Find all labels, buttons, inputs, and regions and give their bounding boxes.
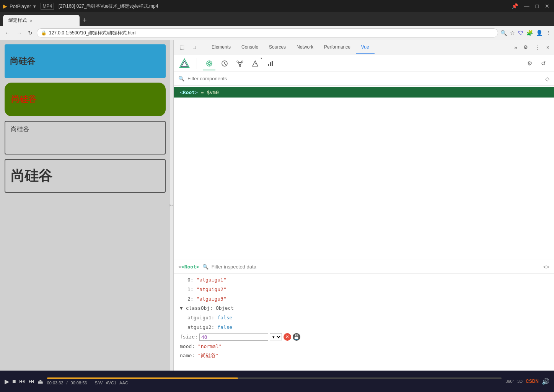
title-bar: ▶ PotPlayer ▾ MP4 [27/168] 027_尚硅谷Vue技术_…	[0, 0, 554, 12]
progress-fill	[47, 377, 238, 379]
tab-close-button[interactable]: ×	[30, 18, 32, 23]
classobj-arrow: ▼	[180, 305, 186, 311]
fsize-input[interactable]	[199, 333, 268, 341]
data-row-fsize: fsize: ▾ ✕ 💾	[180, 332, 554, 342]
dropdown-arrow[interactable]: ▾	[33, 3, 36, 9]
tab-console[interactable]: Console	[236, 41, 264, 54]
data-key-atguigu2: atguigu2:	[187, 324, 217, 330]
devtools-toolbar: ⬚ □ Elements Console Sources Network Per…	[174, 40, 554, 55]
box3: 尚硅谷	[5, 121, 166, 155]
fsize-save-button[interactable]: 💾	[293, 333, 300, 341]
tab-performance[interactable]: Performance	[319, 41, 356, 54]
forward-button[interactable]: →	[15, 29, 24, 37]
tab-network[interactable]: Network	[291, 41, 319, 54]
vue-settings-button[interactable]: ⚙	[523, 57, 536, 70]
vue-logo	[178, 57, 191, 70]
search-icon[interactable]: 🔍	[500, 30, 507, 36]
filter-settings-icon[interactable]: ◇	[545, 76, 549, 82]
app-icon: ▶	[3, 3, 7, 9]
volume-icon[interactable]: 🔊	[542, 378, 549, 385]
component-tree: <Root> = $vm0	[174, 86, 554, 260]
media-progress-area: 00:03:32 / 00:08:56 S/W AVC1 AAC	[47, 377, 502, 385]
inspect-element-button[interactable]: ⬚	[177, 42, 187, 53]
vue-vuex-button[interactable]	[234, 57, 246, 70]
address-text: 127.0.0.1:5500/10_绑定样式/绑定样式.html	[49, 30, 137, 36]
devtools-close-button[interactable]: ×	[545, 43, 551, 52]
app-label: PotPlayer	[10, 3, 31, 9]
tab-sources[interactable]: Sources	[264, 41, 291, 54]
app-name: ▶ PotPlayer ▾	[3, 3, 36, 9]
data-val-mood: "normal"	[198, 343, 222, 349]
tab-vue[interactable]: Vue	[356, 41, 375, 54]
devtools-right-icons: ⚙ ⋮ ×	[520, 42, 551, 53]
inspector-bracket-open: <	[178, 264, 181, 270]
media-controls: ▶ ■ ⏮ ⏭ ⏏	[5, 378, 43, 385]
device-mode-button[interactable]: □	[189, 42, 200, 53]
shield-icon[interactable]: 🛡	[518, 30, 523, 36]
maximize-button[interactable]: □	[534, 2, 540, 10]
filter-search-icon: 🔍	[178, 76, 184, 81]
fsize-dropdown[interactable]: ▾	[270, 333, 282, 340]
close-button[interactable]: ✕	[543, 2, 551, 10]
vue-component-button[interactable]	[203, 57, 215, 70]
extensions-icon[interactable]: 🧩	[526, 30, 533, 36]
data-val-0: "atguigu1"	[196, 277, 226, 283]
vue-chart-button[interactable]	[264, 57, 277, 70]
box4-text: 尚硅谷	[11, 167, 52, 185]
more-tabs-button[interactable]: »	[513, 43, 519, 52]
refresh-button[interactable]: ↻	[26, 29, 34, 37]
eject-button[interactable]: ⏏	[37, 378, 43, 385]
vue-right-icons: ⚙ ↺	[523, 57, 549, 70]
vue-timeline-button[interactable]	[218, 57, 231, 70]
inspector-code-button[interactable]: <>	[543, 264, 549, 270]
tree-item-bracket-close: >	[195, 89, 198, 95]
resize-handle[interactable]: ▶◀	[170, 40, 173, 371]
devtools-more-button[interactable]: ⋮	[533, 42, 543, 53]
tab-bar: 绑定样式 × +	[0, 12, 554, 26]
more-icon[interactable]: ⋮	[546, 30, 551, 36]
inspector-search-icon: 🔍	[202, 264, 209, 270]
inspector-panel: <<Root> 🔍 <> 0: "atguigu1" 1: "atguigu2"	[174, 260, 554, 371]
file-label: [27/168] 027_尚硅谷Vue技术_绑定style样式.mp4	[59, 3, 505, 10]
vue-router-button[interactable]: ▾	[249, 57, 261, 70]
filter-components-input[interactable]	[187, 76, 542, 81]
data-row-0: 0: "atguigu1"	[180, 275, 554, 285]
minimize-button[interactable]: —	[523, 2, 531, 10]
main-area: 尚硅谷 尚硅谷 尚硅谷 尚硅谷 ▶◀ ⬚ □ Elements Console …	[0, 40, 554, 371]
format-label: MP4	[41, 3, 54, 10]
account-icon[interactable]: 👤	[536, 30, 543, 36]
address-bar[interactable]: 🔒 127.0.0.1:5500/10_绑定样式/绑定样式.html	[37, 28, 498, 37]
pin-icon[interactable]: 📌	[510, 2, 520, 10]
tab-title: 绑定样式	[8, 17, 27, 24]
degrees-label: 360°	[505, 379, 514, 384]
data-row-name: name: "尚硅谷"	[180, 351, 554, 361]
data-val-1: "atguigu2"	[196, 286, 226, 292]
data-key-classobj: classObj:	[186, 305, 216, 311]
back-button[interactable]: ←	[3, 29, 12, 37]
stop-button[interactable]: ■	[12, 378, 16, 385]
svg-marker-0	[180, 59, 189, 67]
active-tab[interactable]: 绑定样式 ×	[3, 15, 80, 26]
play-button[interactable]: ▶	[5, 378, 9, 385]
data-key-atguigu1: atguigu1:	[187, 315, 217, 320]
new-tab-button[interactable]: +	[80, 15, 90, 26]
next-button[interactable]: ⏭	[28, 378, 34, 385]
format2: AVC1	[106, 381, 116, 385]
bookmark-icon[interactable]: ☆	[510, 30, 515, 36]
toolbar-divider	[203, 44, 203, 51]
vue-refresh-button[interactable]: ↺	[537, 57, 549, 70]
secure-icon: 🔒	[41, 30, 47, 36]
tab-elements[interactable]: Elements	[206, 41, 236, 54]
data-row-atguigu2: atguigu2: false	[180, 323, 554, 332]
data-key-name: name:	[180, 353, 198, 358]
time-total: 00:08:56	[71, 381, 87, 385]
devtools-settings-button[interactable]: ⚙	[520, 42, 531, 53]
filter-inspected-data-input[interactable]	[212, 264, 540, 270]
svg-marker-16	[253, 61, 258, 66]
box2-text: 尚硅谷	[11, 94, 36, 105]
prev-button[interactable]: ⏮	[19, 378, 25, 385]
tree-item-root[interactable]: <Root> = $vm0	[174, 87, 554, 98]
progress-bar[interactable]	[47, 377, 502, 379]
data-key-1: 1:	[187, 286, 196, 292]
fsize-cancel-button[interactable]: ✕	[284, 333, 291, 341]
